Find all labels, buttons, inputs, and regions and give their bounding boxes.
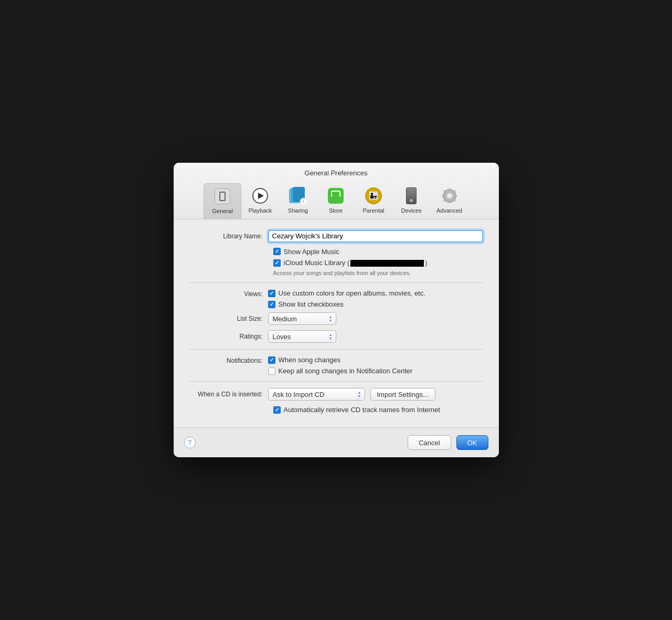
auto-retrieve-row: Automatically retrieve CD track names fr…: [273, 406, 483, 414]
help-button[interactable]: ?: [184, 437, 196, 448]
svg-point-1: [447, 193, 452, 198]
library-name-row: Library Name:: [189, 230, 483, 243]
devices-icon: [402, 186, 421, 205]
tab-devices[interactable]: Devices: [392, 183, 430, 219]
show-list-checkboxes-label: Show list checkboxes: [279, 300, 344, 308]
playback-icon: [251, 186, 270, 205]
title-bar: General Preferences General Playback: [174, 163, 499, 219]
cd-label: When a CD is inserted:: [189, 391, 268, 398]
cancel-button[interactable]: Cancel: [408, 435, 451, 450]
keep-all-songs-label: Keep all song changes in Notification Ce…: [279, 367, 413, 375]
cd-row: When a CD is inserted: Ask to Import CD …: [189, 388, 483, 401]
general-icon: [213, 187, 232, 206]
icloud-checkbox[interactable]: [273, 259, 281, 267]
svg-rect-2: [449, 188, 450, 191]
import-settings-button[interactable]: Import Settings...: [370, 388, 435, 401]
parental-tab-label: Parental: [363, 207, 385, 214]
preferences-dialog: General Preferences General Playback: [174, 163, 499, 457]
svg-rect-5: [454, 195, 457, 196]
tab-store[interactable]: Store: [317, 183, 355, 219]
list-size-arrows: ▲ ▼: [329, 315, 333, 322]
icloud-label: iCloud Music Library (): [284, 259, 428, 267]
ratings-row: Ratings: Loves ▲ ▼: [189, 330, 483, 343]
bottom-bar: ? Cancel OK: [174, 427, 499, 457]
separator-1: [189, 282, 483, 283]
ratings-label: Ratings:: [189, 333, 268, 340]
sharing-tab-label: Sharing: [288, 207, 308, 214]
store-tab-label: Store: [329, 207, 343, 214]
toolbar: General Playback ♪: [182, 183, 490, 219]
cd-select[interactable]: Ask to Import CD ▲ ▼: [268, 388, 365, 401]
icloud-row: iCloud Music Library (): [273, 259, 483, 267]
library-name-input[interactable]: [268, 230, 483, 243]
cd-select-arrows: ▲ ▼: [358, 391, 361, 398]
auto-retrieve-label: Automatically retrieve CD track names fr…: [284, 406, 440, 414]
list-size-row: List Size: Medium ▲ ▼: [189, 312, 483, 325]
auto-retrieve-checkbox[interactable]: [273, 406, 281, 414]
views-row: Views: Use custom colors for open albums…: [189, 289, 483, 308]
show-list-checkboxes-checkbox[interactable]: [268, 301, 275, 308]
apple-music-checkbox[interactable]: [273, 248, 281, 255]
tab-playback[interactable]: Playback: [241, 183, 279, 219]
icloud-redacted: [350, 260, 424, 267]
notifications-row: Notifications: When song changes Keep al…: [189, 356, 483, 375]
ratings-arrows: ▲ ▼: [329, 333, 333, 340]
action-buttons: Cancel OK: [408, 435, 488, 450]
playback-tab-label: Playback: [249, 207, 272, 214]
notifications-label: Notifications:: [189, 356, 268, 364]
tab-general[interactable]: General: [204, 183, 241, 219]
when-song-changes-label: When song changes: [279, 356, 341, 364]
library-name-label: Library Name:: [189, 233, 268, 240]
devices-tab-label: Devices: [401, 207, 421, 214]
custom-colors-checkbox[interactable]: [268, 290, 275, 297]
sharing-icon: ♪ ♪: [289, 186, 307, 205]
svg-rect-4: [442, 195, 445, 196]
separator-3: [189, 381, 483, 382]
preferences-content: Library Name: Show Apple Music iCloud Mu…: [174, 219, 499, 427]
ratings-select[interactable]: Loves ▲ ▼: [268, 330, 336, 343]
when-song-changes-checkbox[interactable]: [268, 356, 275, 364]
dialog-title: General Preferences: [182, 169, 490, 177]
tab-parental[interactable]: 👨‍👧 Parental: [355, 183, 392, 219]
general-tab-label: General: [212, 208, 232, 214]
apple-music-row: Show Apple Music: [273, 248, 483, 256]
views-label: Views:: [189, 289, 268, 298]
list-size-select[interactable]: Medium ▲ ▼: [268, 312, 336, 325]
store-icon: [326, 186, 345, 205]
parental-icon: 👨‍👧: [364, 186, 383, 205]
list-size-label: List Size:: [189, 315, 268, 322]
keep-all-songs-checkbox[interactable]: [268, 367, 275, 375]
custom-colors-label: Use custom colors for open albums, movie…: [279, 289, 425, 297]
ok-button[interactable]: OK: [456, 435, 488, 450]
apple-music-label: Show Apple Music: [284, 248, 339, 256]
separator-2: [189, 349, 483, 350]
advanced-tab-label: Advanced: [436, 207, 462, 214]
tab-advanced[interactable]: Advanced: [430, 183, 468, 219]
icloud-hint: Access your songs and playlists from all…: [273, 270, 483, 276]
tab-sharing[interactable]: ♪ ♪ Sharing: [279, 183, 317, 219]
svg-rect-3: [449, 201, 450, 203]
advanced-icon: [440, 186, 459, 205]
